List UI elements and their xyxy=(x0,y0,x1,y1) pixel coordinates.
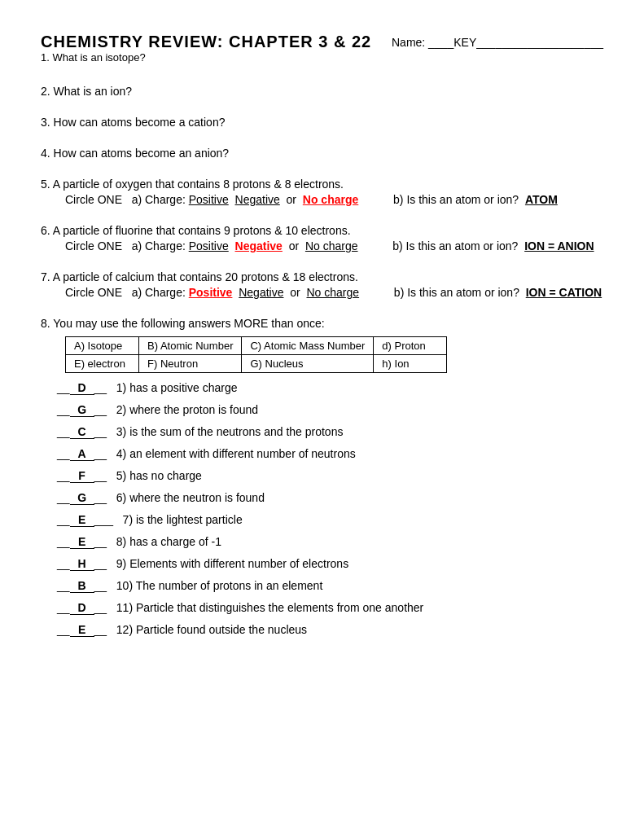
match-6: __G__ 6) where the neutron is found xyxy=(57,491,603,505)
question-6-text: 6. A particle of fluorine that contains … xyxy=(41,224,603,237)
table-cell: E) electron xyxy=(66,355,139,373)
question-3: 3. How can atoms become a cation? xyxy=(41,116,603,129)
match-11: __D__ 11) Particle that distinguishes th… xyxy=(57,601,603,615)
question-2: 2. What is an ion? xyxy=(41,85,603,98)
match-3: __C__ 3) is the sum of the neutrons and … xyxy=(57,425,603,439)
question-7-text: 7. A particle of calcium that contains 2… xyxy=(41,270,603,283)
match-8: __E__ 8) has a charge of -1 xyxy=(57,535,603,549)
table-row: A) Isotope B) Atomic Number C) Atomic Ma… xyxy=(66,337,447,355)
question-5: 5. A particle of oxygen that contains 8 … xyxy=(41,178,603,206)
name-line: Name: ____KEY____________________ xyxy=(392,36,603,49)
table-cell: C) Atomic Mass Number xyxy=(242,337,374,355)
question-6-sub: Circle ONE a) Charge: Positive Negative … xyxy=(65,239,603,252)
question-6: 6. A particle of fluorine that contains … xyxy=(41,224,603,252)
question-8: 8. You may use the following answers MOR… xyxy=(41,317,603,637)
match-1: __D__ 1) has a positive charge xyxy=(57,381,603,395)
match-7: __E___ 7) is the lightest particle xyxy=(57,513,603,527)
question-7: 7. A particle of calcium that contains 2… xyxy=(41,270,603,299)
question-5-sub: Circle ONE a) Charge: Positive Negative … xyxy=(65,193,603,206)
answer-table: A) Isotope B) Atomic Number C) Atomic Ma… xyxy=(65,336,447,373)
question-1-label: 1. What is an isotope? xyxy=(41,51,371,64)
question-4: 4. How can atoms become an anion? xyxy=(41,147,603,160)
table-cell: F) Neutron xyxy=(139,355,242,373)
page-title: Chemistry Review: Chapter 3 & 22 xyxy=(41,33,371,51)
table-cell: h) Ion xyxy=(374,355,447,373)
table-row: E) electron F) Neutron G) Nucleus h) Ion xyxy=(66,355,447,373)
match-2: __G__ 2) where the proton is found xyxy=(57,403,603,417)
table-cell: G) Nucleus xyxy=(242,355,374,373)
match-12: __E__ 12) Particle found outside the nuc… xyxy=(57,623,603,637)
match-9: __H__ 9) Elements with different number … xyxy=(57,557,603,571)
table-cell: B) Atomic Number xyxy=(139,337,242,355)
table-cell: A) Isotope xyxy=(66,337,139,355)
question-8-intro: 8. You may use the following answers MOR… xyxy=(41,317,603,330)
header-row: Chemistry Review: Chapter 3 & 22 1. What… xyxy=(41,33,603,80)
match-10: __B__ 10) The number of protons in an el… xyxy=(57,579,603,593)
match-4: __A__ 4) an element with different numbe… xyxy=(57,447,603,461)
question-5-text: 5. A particle of oxygen that contains 8 … xyxy=(41,178,603,191)
match-5: __F__ 5) has no charge xyxy=(57,469,603,483)
question-7-sub: Circle ONE a) Charge: Positive Negative … xyxy=(65,286,603,299)
table-cell: d) Proton xyxy=(374,337,447,355)
